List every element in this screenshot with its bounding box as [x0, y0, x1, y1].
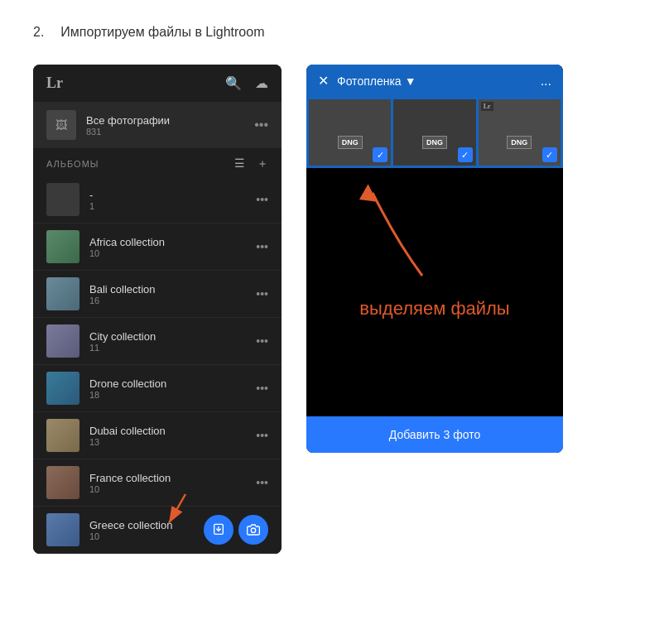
album-count-africa: 10: [89, 248, 246, 258]
fp-annotation-text: выделяем файлы: [359, 298, 509, 320]
fp-more-icon[interactable]: ...: [541, 74, 551, 89]
album-more-france[interactable]: •••: [256, 476, 268, 489]
fp-annotation-arrow: [356, 176, 455, 284]
all-photos-count: 831: [86, 127, 244, 137]
album-more-dubai[interactable]: •••: [256, 429, 268, 442]
fab-import-button[interactable]: [204, 515, 233, 545]
fp-thumb-1-dng-label: DNG: [338, 136, 363, 149]
album-item-africa[interactable]: Africa collection 10 •••: [33, 223, 282, 271]
fab-camera-button[interactable]: [238, 515, 268, 545]
album-thumb-dubai: [46, 419, 79, 452]
fp-footer-label: Добавить 3 фото: [389, 428, 480, 441]
screenshots-row: Lr 🔍 ☁ 🖼 Все фотографии 831 ••• АЛЬБОМЫ …: [33, 65, 636, 554]
album-info-africa: Africa collection 10: [89, 236, 246, 258]
album-info-city: City collection 11: [89, 330, 246, 353]
album-more-dash[interactable]: •••: [256, 193, 268, 206]
fp-thumb-1-check[interactable]: ✓: [373, 147, 387, 162]
album-thumb-drone: [46, 372, 79, 405]
albums-label: АЛЬБОМЫ: [46, 159, 99, 169]
album-item-dash[interactable]: - 1 •••: [33, 176, 282, 223]
fp-thumbnails-row: DNG ✓ DNG ✓ Lr DNG ✓: [306, 97, 563, 168]
all-photos-more-icon[interactable]: •••: [254, 118, 268, 132]
all-photos-row[interactable]: 🖼 Все фотографии 831 •••: [33, 102, 282, 148]
albums-actions: ☰ ＋: [234, 156, 268, 171]
album-item-drone[interactable]: Drone collection 18 •••: [33, 365, 282, 412]
album-count-drone: 18: [89, 390, 246, 400]
album-info-bali: Bali collection 16: [89, 283, 246, 305]
album-thumb-dash: [46, 183, 79, 216]
album-name-bali: Bali collection: [89, 283, 246, 296]
album-info-drone: Drone collection 18: [89, 377, 246, 400]
all-photos-title: Все фотографии: [86, 114, 244, 127]
lr-app-panel: Lr 🔍 ☁ 🖼 Все фотографии 831 ••• АЛЬБОМЫ …: [33, 65, 282, 554]
fp-close-button[interactable]: ✕: [318, 73, 329, 89]
fp-thumb-3-dng-label: DNG: [507, 136, 532, 149]
fp-dropdown-icon[interactable]: ▼: [405, 74, 416, 88]
svg-point-4: [251, 528, 255, 532]
album-item-dubai[interactable]: Dubai collection 13 •••: [33, 412, 282, 459]
svg-line-1: [169, 494, 185, 523]
album-thumb-city: [46, 324, 79, 358]
album-count-dash: 1: [89, 201, 246, 211]
album-thumb-greece: [46, 513, 79, 546]
all-photos-thumb: 🖼: [46, 110, 76, 140]
all-photos-info: Все фотографии 831: [86, 114, 244, 137]
fp-thumb-3-lr-badge: Lr: [481, 102, 493, 111]
lr-header-icons: 🔍 ☁: [225, 75, 268, 91]
album-item-greece[interactable]: Greece collection 10: [33, 507, 282, 554]
album-name-france: France collection: [89, 472, 246, 484]
step-header: 2. Импортируем файлы в Lightroom: [33, 25, 636, 40]
album-count-dubai: 13: [89, 437, 246, 447]
album-item-city[interactable]: City collection 11 •••: [33, 318, 282, 365]
album-count-bali: 16: [89, 296, 246, 305]
album-more-city[interactable]: •••: [256, 334, 268, 348]
album-more-drone[interactable]: •••: [256, 382, 268, 395]
album-info-dubai: Dubai collection 13: [89, 425, 246, 447]
lr-logo: Lr: [46, 74, 63, 92]
sort-icon[interactable]: ☰: [234, 156, 245, 171]
album-more-bali[interactable]: •••: [256, 287, 268, 300]
fp-thumb-3-check[interactable]: ✓: [542, 147, 557, 162]
fp-title: Фотопленка ▼: [337, 74, 532, 88]
album-count-greece: 10: [89, 531, 194, 541]
fp-title-text: Фотопленка: [337, 74, 402, 88]
album-name-dash: -: [89, 189, 246, 201]
fp-thumb-2-check[interactable]: ✓: [458, 147, 473, 162]
fp-thumbnail-2[interactable]: DNG ✓: [393, 99, 475, 166]
add-album-icon[interactable]: ＋: [257, 156, 268, 171]
album-thumb-bali: [46, 277, 79, 310]
album-name-dubai: Dubai collection: [89, 425, 246, 437]
fp-thumb-2-dng-label: DNG: [422, 136, 447, 149]
fp-header: ✕ Фотопленка ▼ ...: [306, 65, 563, 97]
album-name-africa: Africa collection: [89, 236, 246, 248]
album-name-city: City collection: [89, 330, 246, 343]
fp-thumbnail-1[interactable]: DNG ✓: [309, 99, 391, 166]
step-title: Импортируем файлы в Lightroom: [60, 25, 264, 40]
album-thumb-africa: [46, 230, 79, 263]
album-thumb-france: [46, 466, 79, 499]
step-number: 2.: [33, 25, 44, 40]
album-info-dash: - 1: [89, 189, 246, 211]
album-count-city: 11: [89, 343, 246, 353]
album-item-bali[interactable]: Bali collection 16 •••: [33, 271, 282, 318]
fp-thumbnail-3[interactable]: Lr DNG ✓: [479, 99, 561, 166]
cloud-icon[interactable]: ☁: [255, 75, 268, 91]
fp-add-button[interactable]: Добавить 3 фото: [306, 416, 563, 453]
search-icon[interactable]: 🔍: [225, 75, 242, 91]
albums-header: АЛЬБОМЫ ☰ ＋: [33, 148, 282, 176]
lr-app-header: Lr 🔍 ☁: [33, 65, 282, 102]
annotation-arrow-left: [161, 490, 194, 531]
album-more-africa[interactable]: •••: [256, 240, 268, 253]
album-name-drone: Drone collection: [89, 377, 246, 390]
file-picker-panel: ✕ Фотопленка ▼ ... DNG ✓ DNG ✓ Lr DNG: [306, 65, 563, 453]
album-item-france[interactable]: France collection 10 •••: [33, 459, 282, 507]
fp-body: выделяем файлы: [306, 168, 563, 416]
